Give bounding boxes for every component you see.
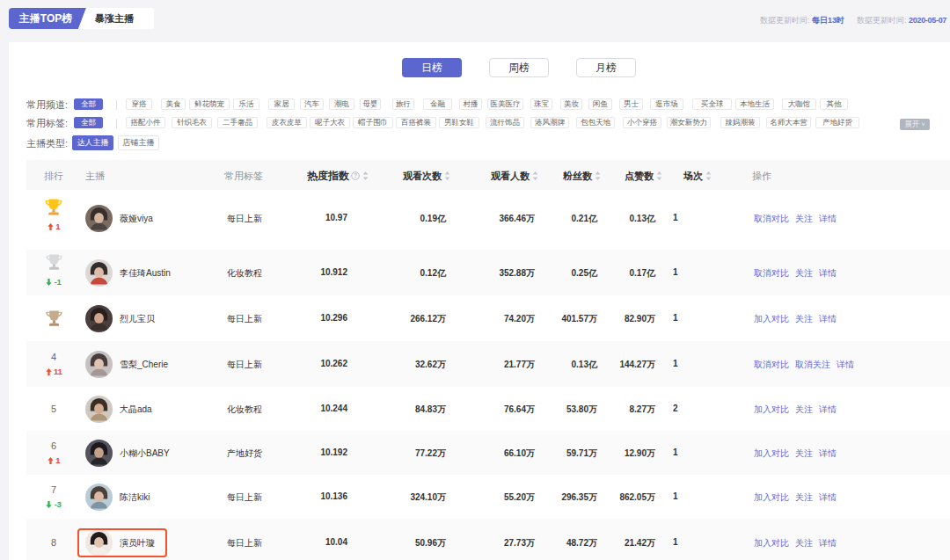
svg-text:?: ?	[354, 172, 357, 178]
